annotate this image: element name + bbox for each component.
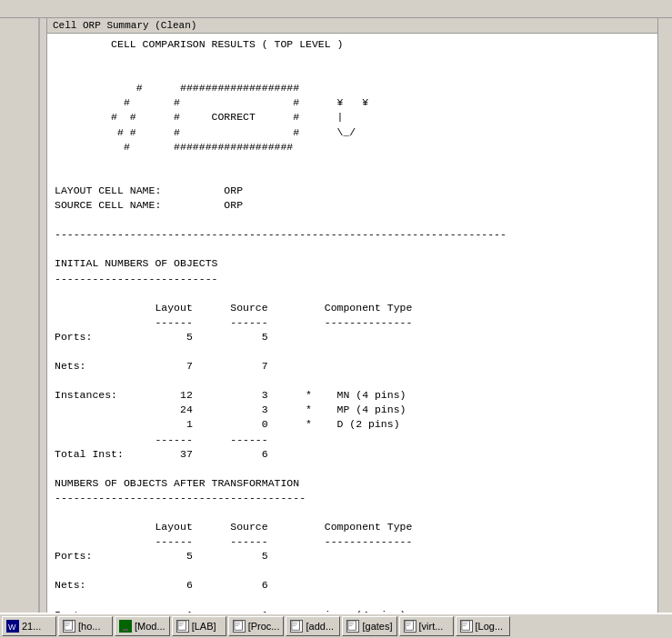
taskbar-btn-icon-btn-gates [346,620,359,633]
svg-rect-8 [177,621,186,630]
taskbar-btn-btn-virt[interactable]: [virt... [399,616,454,636]
scrollbar[interactable] [657,18,672,613]
taskbar-btn-icon-btn-proc [233,620,246,633]
svg-rect-19 [293,625,296,626]
taskbar-btn-label-btn-virt: [virt... [419,621,444,632]
svg-rect-18 [293,623,297,624]
taskbar-btn-icon-btn-add [290,620,303,633]
svg-rect-13 [235,623,239,623]
svg-rect-3 [65,623,70,623]
svg-rect-14 [235,623,239,624]
taskbar-btn-label-btn-21: 21... [22,621,41,632]
svg-rect-20 [348,621,356,630]
svg-rect-11 [178,625,181,626]
content-panel: Cell ORP Summary (Clean) CELL COMPARISON… [47,18,657,613]
svg-rect-25 [406,623,410,623]
svg-rect-6 [120,621,131,629]
svg-rect-10 [178,623,183,624]
panel-title: Cell ORP Summary (Clean) [47,18,657,34]
svg-rect-9 [178,623,183,623]
taskbar-btn-icon-btn-21: W [6,620,19,633]
top-bar [0,0,672,18]
taskbar-btn-label-btn-add: [add... [306,621,334,632]
svg-rect-5 [65,625,68,626]
svg-rect-7 [123,629,128,631]
main-area: Cell ORP Summary (Clean) CELL COMPARISON… [0,18,672,613]
sidebar-line [38,18,40,613]
taskbar-btn-label-btn-ho: [ho... [78,621,100,632]
svg-rect-16 [292,621,300,630]
svg-rect-17 [293,623,297,623]
svg-rect-27 [406,625,408,626]
svg-rect-4 [65,623,70,624]
taskbar-btn-icon-btn-lab [176,620,189,633]
taskbar-btn-btn-proc[interactable]: [Proc... [228,616,285,636]
taskbar-btn-btn-mod[interactable]: [Mod... [115,616,170,636]
svg-rect-21 [349,623,354,623]
svg-rect-22 [349,623,354,624]
svg-rect-31 [462,625,465,626]
taskbar-btn-btn-21[interactable]: W21... [2,616,56,636]
taskbar-btn-label-btn-log: [Log... [476,621,504,632]
bottom-taskbar: W21...[ho...[Mod...[LAB][Proc...[add...[… [0,613,672,638]
svg-rect-26 [406,623,410,624]
svg-rect-23 [349,625,352,626]
taskbar-btn-icon-btn-ho [63,620,75,633]
taskbar-btn-btn-ho[interactable]: [ho... [58,616,113,636]
taskbar-btn-btn-lab[interactable]: [LAB] [172,616,226,636]
taskbar-btn-label-btn-lab: [LAB] [192,621,216,632]
svg-rect-15 [235,625,237,626]
svg-rect-24 [405,621,413,630]
taskbar-btn-icon-btn-mod [119,620,132,633]
left-sidebar [0,18,47,613]
svg-text:W: W [8,623,16,632]
taskbar-btn-icon-btn-virt [404,620,416,633]
taskbar-btn-icon-btn-log [460,620,473,633]
taskbar-btn-btn-add[interactable]: [add... [286,616,340,636]
svg-rect-2 [65,621,73,630]
taskbar-btn-btn-gates[interactable]: [gates] [342,616,396,636]
taskbar-btn-label-btn-mod: [Mod... [135,621,165,632]
svg-rect-29 [462,623,466,623]
text-content[interactable]: CELL COMPARISON RESULTS ( TOP LEVEL ) # … [47,34,657,613]
svg-rect-30 [462,623,466,624]
taskbar-btn-label-btn-gates: [gates] [362,621,392,632]
taskbar-btn-label-btn-proc: [Proc... [248,621,280,632]
taskbar-btn-btn-log[interactable]: [Log... [456,616,510,636]
svg-rect-28 [461,621,469,630]
svg-rect-12 [234,621,242,630]
